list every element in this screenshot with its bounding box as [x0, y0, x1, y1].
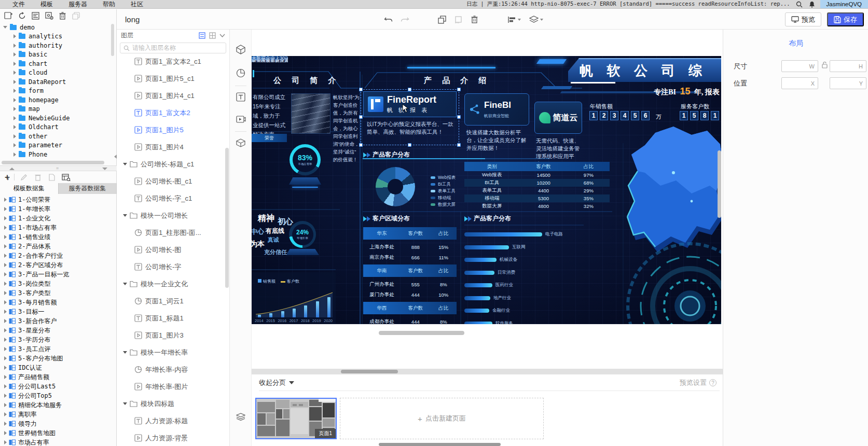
folder-collapse-arrow[interactable]	[123, 163, 127, 165]
tree-folder-item[interactable]: analytics	[0, 32, 117, 41]
layers-stack-icon[interactable]	[236, 411, 246, 422]
search-icon[interactable]	[795, 1, 804, 8]
dataset-item[interactable]: 产品销售额	[0, 372, 117, 382]
sales-year-chart[interactable]: 销售额 客户数	[252, 272, 336, 324]
tree-expand-arrow[interactable]	[13, 80, 16, 84]
tab-layout[interactable]: 布局	[723, 39, 868, 48]
dataset-expand-arrow[interactable]	[4, 235, 7, 239]
dataset-item[interactable]: 3-新合作客户	[0, 316, 117, 326]
tree-expand-arrow[interactable]	[13, 125, 16, 129]
tab-server-datasets[interactable]: 服务器数据集	[59, 183, 117, 194]
assets-box-icon[interactable]	[236, 137, 246, 148]
dataset-item[interactable]: 2-产品体系	[0, 242, 117, 251]
tree-folder-item[interactable]: form	[0, 87, 117, 96]
layer-item[interactable]: 页面1_图片5_c1	[117, 70, 226, 87]
delete-icon[interactable]	[470, 15, 479, 24]
product-donut-chart[interactable]	[376, 167, 415, 206]
layer-item[interactable]: 人力资源-背景	[117, 429, 226, 446]
save-button[interactable]: 保存	[827, 12, 864, 26]
selection-handle[interactable]	[457, 143, 461, 147]
sql-editor-icon[interactable]	[62, 173, 71, 182]
dataset-expand-arrow[interactable]	[4, 440, 7, 444]
selection-handle[interactable]	[359, 115, 363, 119]
layer-item[interactable]: 年增长率-图片	[117, 378, 226, 395]
product-table[interactable]: 类别 客户数 占比 Web报表 14500	[464, 162, 610, 210]
layer-item[interactable]: 页面1_富文本2_c1	[117, 53, 226, 70]
tab-template-datasets[interactable]: 模板数据集	[0, 183, 59, 194]
dataset-expand-arrow[interactable]	[4, 254, 7, 258]
dataset-item[interactable]: 3-客户类型	[0, 288, 117, 298]
folder-collapse-arrow[interactable]	[123, 402, 127, 405]
tree-folder-item[interactable]: basic	[0, 50, 117, 60]
dataset-expand-arrow[interactable]	[4, 338, 7, 342]
region-dist-header[interactable]: 客户区域分布	[363, 214, 410, 223]
layer-item[interactable]: 页面1_柱形图-面...	[117, 224, 226, 241]
splitter-up-icon[interactable]	[9, 168, 15, 170]
tree-folder-item[interactable]: homepage	[0, 95, 117, 105]
layer-item[interactable]: 页面1_图片5	[117, 121, 226, 138]
preview-button[interactable]: 预览	[785, 12, 821, 26]
x-input[interactable]: X	[781, 77, 818, 89]
pages-splitter[interactable]	[252, 369, 723, 374]
tree-expand-arrow[interactable]	[13, 143, 16, 147]
layer-item[interactable]: 模块四标题	[117, 395, 226, 412]
folder-collapse-arrow[interactable]	[123, 351, 127, 354]
canvas-horizontal-scrollbar[interactable]	[379, 331, 464, 335]
tree-expand-arrow[interactable]	[13, 62, 16, 66]
layer-item[interactable]: 公司增长-标题_c1	[117, 156, 226, 173]
dataset-item[interactable]: 1-年增长率	[0, 204, 117, 214]
dataset-expand-arrow[interactable]	[4, 226, 7, 230]
dataset-item[interactable]: IDC认证	[0, 363, 117, 372]
user-account[interactable]: JasmineQVQ	[820, 0, 868, 8]
tree-expand-arrow[interactable]	[13, 89, 16, 93]
product-dist-header[interactable]: 产品客户分布	[363, 150, 410, 159]
tree-root-demo[interactable]: demo	[0, 23, 117, 32]
splitter-down-icon[interactable]	[102, 168, 107, 170]
y-input[interactable]: Y	[830, 77, 866, 89]
canvas-viewport[interactable]: 帆 软 公 司 综 专注BI 15 年, 报表 公 司 简 介	[252, 30, 723, 369]
settings-icon[interactable]	[45, 11, 53, 20]
layer-item[interactable]: 公司增长-字	[117, 258, 226, 275]
menu-item[interactable]: 服务器	[68, 0, 87, 9]
layer-item[interactable]: 页面1_词云1	[117, 292, 226, 310]
annual-sales-digits[interactable]: 123456	[589, 111, 650, 120]
component-cube-icon[interactable]	[236, 44, 246, 54]
dataset-item[interactable]: 1-公司荣誉	[0, 195, 117, 204]
dashboard-title-banner[interactable]: 帆 软 公 司 综	[568, 58, 721, 82]
company-office-photo[interactable]	[291, 93, 330, 134]
new-template-icon[interactable]	[4, 11, 13, 20]
dataset-item[interactable]: 离职率	[0, 410, 117, 419]
dataset-expand-arrow[interactable]	[4, 282, 7, 286]
layer-list-view-icon[interactable]	[199, 32, 205, 39]
finebi-logo-card[interactable]: FineBI 帆软商业智能	[464, 93, 529, 126]
folder-collapse-arrow[interactable]	[123, 283, 127, 285]
dataset-item[interactable]: 5-客户分布地图	[0, 354, 117, 363]
tree-expand-arrow[interactable]	[13, 98, 16, 102]
tree-expand-arrow[interactable]	[13, 116, 16, 120]
dataset-item[interactable]: 3-星座分布	[0, 326, 117, 335]
delete-template-icon[interactable]	[58, 11, 67, 20]
canvas-vertical-scrollbar[interactable]	[718, 150, 721, 218]
chevron-down-icon[interactable]	[219, 34, 225, 37]
industry-dist-header[interactable]: 产品客户分布	[464, 214, 511, 223]
tree-expand-arrow[interactable]	[13, 71, 16, 75]
page-thumbnail-selected[interactable]: 页面1	[255, 398, 337, 439]
dataset-expand-arrow[interactable]	[4, 412, 7, 416]
layer-item[interactable]: 页面1_图片3	[117, 327, 226, 344]
dataset-expand-arrow[interactable]	[4, 394, 7, 398]
region-table[interactable]: 华东 客户数 占比 上海办事处 888 15%	[363, 225, 457, 324]
new-page-button[interactable]: + 点击新建页面	[340, 398, 544, 439]
layer-item[interactable]: 模块一年增长率	[117, 344, 226, 361]
dataset-item[interactable]: 3-岗位类型	[0, 279, 117, 288]
layer-item[interactable]: 公司增长-字_c1	[117, 190, 226, 207]
dataset-expand-arrow[interactable]	[4, 310, 7, 314]
dataset-expand-arrow[interactable]	[4, 431, 7, 435]
dataset-item[interactable]: 市场占有率	[0, 438, 117, 446]
height-input[interactable]: H	[830, 60, 866, 72]
layer-item[interactable]: 页面1_图片4_c1	[117, 87, 226, 104]
jiandaoyun-logo-card[interactable]: 简道云	[534, 102, 582, 134]
preview-settings-button[interactable]: 预览设置?	[680, 378, 717, 387]
dataset-expand-arrow[interactable]	[4, 384, 7, 388]
panel-splitter[interactable]: =	[0, 165, 117, 171]
dataset-expand-arrow[interactable]	[4, 263, 7, 267]
